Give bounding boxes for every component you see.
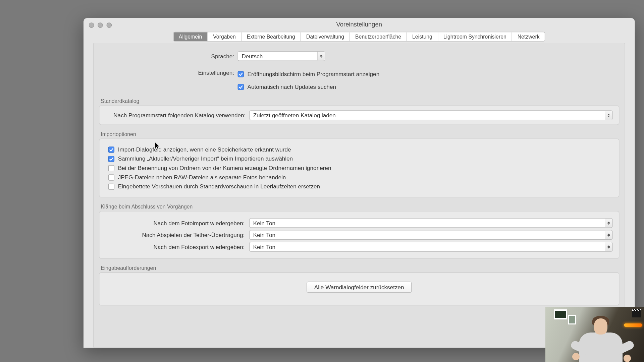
sound-export-value: Kein Ton [253, 243, 275, 250]
checkbox-import-collection-label: Sammlung „Aktueller/Vorheriger Import“ b… [118, 156, 293, 162]
sound-tether-dropdown[interactable]: Kein Ton [249, 230, 613, 240]
checkbox-splash-screen[interactable] [238, 71, 244, 77]
section-title-import: Importoptionen [101, 131, 619, 137]
reset-warnings-button[interactable]: Alle Warndialogfelder zurücksetzen [307, 282, 412, 293]
language-value: Deutsch [241, 53, 263, 59]
zoom-icon[interactable] [106, 22, 112, 28]
content-panel: Sprache: Deutsch Einstellungen: Eröffnun… [93, 43, 625, 348]
settings-label: Einstellungen: [94, 69, 237, 76]
checkbox-jpeg-separate[interactable] [108, 174, 114, 180]
tab-externe-bearbeitung[interactable]: Externe Bearbeitung [241, 32, 301, 41]
checkbox-splash-label: Eröffnungsbildschirm beim Programmstart … [248, 71, 380, 77]
dropdown-handle-icon [605, 242, 612, 251]
sound-export-dropdown[interactable]: Kein Ton [249, 242, 613, 252]
tab-allgemein[interactable]: Allgemein [173, 32, 208, 41]
close-icon[interactable] [89, 22, 94, 28]
sound-export-label: Nach dem Fotoexport wiedergeben: [106, 243, 249, 250]
dropdown-handle-icon [605, 111, 612, 120]
sound-import-value: Kein Ton [253, 220, 275, 226]
tab-leistung[interactable]: Leistung [407, 32, 438, 41]
sound-tether-value: Kein Ton [253, 232, 275, 238]
preferences-window: Voreinstellungen Allgemein Vorgaben Exte… [84, 18, 635, 348]
tab-bar: Allgemein Vorgaben Externe Bearbeitung D… [84, 32, 635, 42]
tab-netzwerk[interactable]: Netzwerk [512, 32, 545, 41]
tab-vorgaben[interactable]: Vorgaben [208, 32, 241, 41]
tab-lightroom-sync[interactable]: Lightroom Synchronisieren [438, 32, 512, 41]
checkbox-jpeg-separate-label: JPEG-Dateien neben RAW-Dateien als separ… [118, 174, 286, 181]
language-dropdown[interactable]: Deutsch [238, 51, 325, 61]
checkbox-embedded-previews[interactable] [108, 183, 114, 189]
tab-dateiverwaltung[interactable]: Dateiverwaltung [301, 32, 350, 41]
sound-import-dropdown[interactable]: Kein Ton [249, 218, 613, 228]
section-title-catalog: Standardkatalog [101, 98, 619, 104]
minimize-icon[interactable] [98, 22, 103, 28]
checkbox-import-dialog-label: Import-Dialogfeld anzeigen, wenn eine Sp… [118, 146, 291, 153]
checkbox-auto-update-label: Automatisch nach Updates suchen [248, 83, 336, 90]
dropdown-handle-icon [317, 52, 325, 60]
checkbox-embedded-previews-label: Eingebettete Vorschauen durch Standardvo… [118, 183, 320, 190]
checkbox-import-dialog[interactable] [108, 146, 114, 153]
checkbox-auto-update[interactable] [238, 84, 244, 90]
dropdown-handle-icon [605, 219, 612, 227]
checkbox-ignore-folder-names-label: Bei der Benennung von Ordnern von der Ka… [118, 165, 331, 171]
catalog-value: Zuletzt geöffneten Katalog laden [253, 112, 336, 119]
catalog-dropdown[interactable]: Zuletzt geöffneten Katalog laden [249, 110, 613, 120]
tab-benutzeroberflaeche[interactable]: Benutzeroberfläche [350, 32, 407, 41]
webcam-overlay [545, 307, 644, 362]
dropdown-handle-icon [605, 230, 612, 239]
catalog-label: Nach Programmstart folgenden Katalog ver… [106, 112, 249, 119]
section-title-sounds: Klänge beim Abschluss von Vorgängen [101, 203, 619, 209]
titlebar: Voreinstellungen [84, 18, 635, 31]
window-controls [89, 22, 112, 28]
sound-import-label: Nach dem Fotoimport wiedergeben: [106, 220, 249, 226]
checkbox-ignore-folder-names[interactable] [108, 165, 114, 171]
mouse-cursor-icon [155, 142, 161, 150]
window-title: Voreinstellungen [84, 18, 635, 31]
checkbox-import-collection[interactable] [108, 156, 114, 162]
sound-tether-label: Nach Abspielen der Tether-Übertragung: [106, 232, 249, 238]
section-title-prompts: Eingabeaufforderungen [101, 265, 619, 271]
language-label: Sprache: [94, 53, 237, 59]
